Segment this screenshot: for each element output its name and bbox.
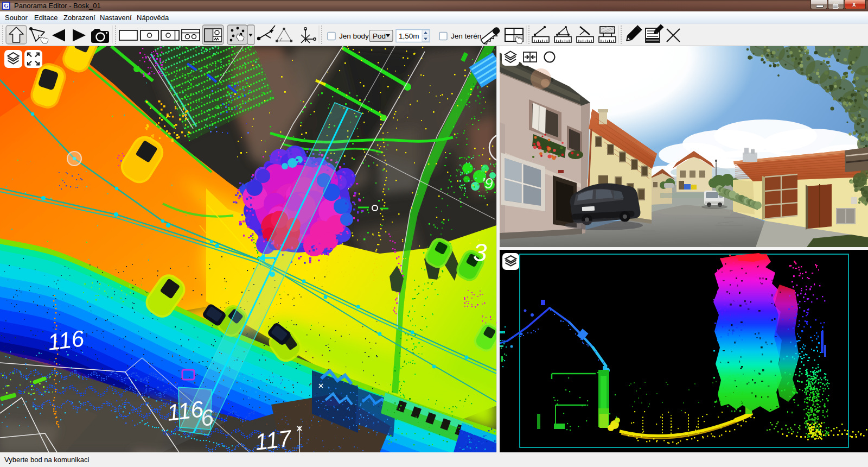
svg-text:117: 117 xyxy=(253,425,293,452)
svg-text:116: 116 xyxy=(46,325,86,355)
svg-text:116: 116 xyxy=(165,396,205,426)
svg-text:'9: '9 xyxy=(482,175,493,192)
svg-text:3: 3 xyxy=(473,238,487,267)
svg-text:1,50m: 1,50m xyxy=(399,32,419,40)
svg-text:Jen body: Jen body xyxy=(339,32,369,40)
svg-text:Pod: Pod xyxy=(373,32,386,40)
svg-text:Jen terén: Jen terén xyxy=(451,32,481,40)
